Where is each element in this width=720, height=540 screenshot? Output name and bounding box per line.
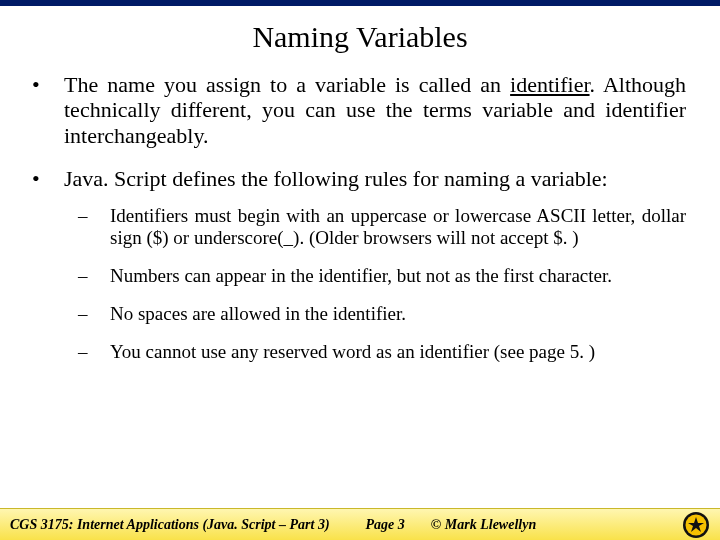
sub-bullet-text: No spaces are allowed in the identifier.: [110, 303, 686, 325]
sub-bullet-text: Numbers can appear in the identifier, bu…: [110, 265, 686, 287]
sub-bullet-text: You cannot use any reserved word as an i…: [110, 341, 686, 363]
sub-bullet-item: Numbers can appear in the identifier, bu…: [64, 265, 686, 287]
bullet-text: The name you assign to a variable is cal…: [64, 72, 686, 148]
sub-bullet-item: You cannot use any reserved word as an i…: [64, 341, 686, 363]
underlined-term: identifier: [510, 72, 589, 97]
sub-bullet-item: Identifiers must begin with an uppercase…: [64, 205, 686, 249]
ucf-logo-icon: [682, 511, 710, 539]
footer-page: Page 3: [366, 517, 405, 533]
slide-content: The name you assign to a variable is cal…: [0, 72, 720, 362]
bullet-item: The name you assign to a variable is cal…: [24, 72, 686, 148]
bullet-list: The name you assign to a variable is cal…: [24, 72, 686, 362]
footer-copyright: © Mark Llewellyn: [431, 517, 536, 533]
sub-bullet-item: No spaces are allowed in the identifier.: [64, 303, 686, 325]
footer-bar: CGS 3175: Internet Applications (Java. S…: [0, 508, 720, 540]
slide: Naming Variables The name you assign to …: [0, 0, 720, 540]
bullet-text: Java. Script defines the following rules…: [64, 166, 686, 191]
text-fragment: The name you assign to a variable is cal…: [64, 72, 510, 97]
bullet-item: Java. Script defines the following rules…: [24, 166, 686, 363]
sub-bullet-list: Identifiers must begin with an uppercase…: [64, 205, 686, 362]
slide-title: Naming Variables: [0, 20, 720, 54]
footer-course: CGS 3175: Internet Applications (Java. S…: [10, 517, 330, 533]
sub-bullet-text: Identifiers must begin with an uppercase…: [110, 205, 686, 249]
